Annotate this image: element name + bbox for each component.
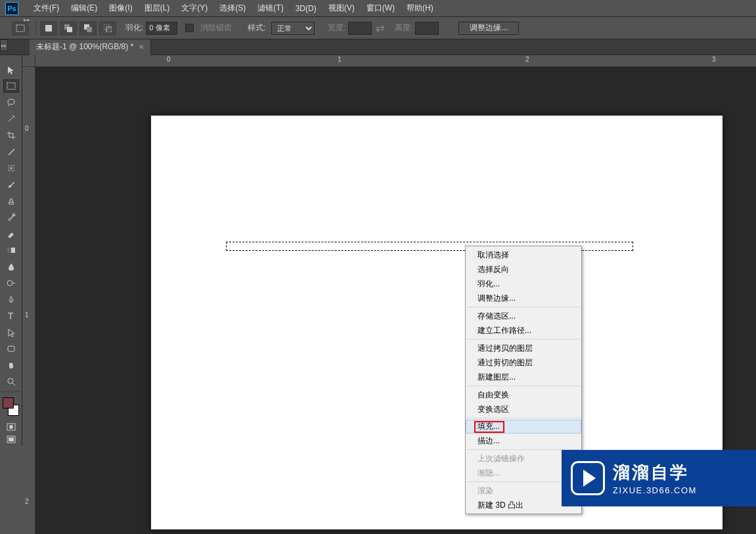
lasso-tool-icon[interactable] bbox=[3, 96, 19, 109]
height-label: 高度: bbox=[395, 22, 412, 33]
svg-rect-20 bbox=[9, 437, 14, 441]
svg-rect-1 bbox=[45, 25, 52, 32]
menubar: Ps 文件(F) 编辑(E) 图像(I) 图层(L) 文字(Y) 选择(S) 滤… bbox=[0, 0, 756, 16]
move-tool-icon[interactable] bbox=[3, 63, 19, 76]
swap-wh-icon: ⇄ bbox=[376, 22, 384, 34]
context-menu-item[interactable]: 通过剪切的图层 bbox=[466, 355, 581, 370]
style-label: 样式: bbox=[248, 22, 265, 33]
foreground-color-swatch[interactable] bbox=[3, 397, 14, 409]
menu-edit[interactable]: 编辑(E) bbox=[65, 3, 103, 14]
crop-tool-icon[interactable] bbox=[3, 129, 19, 142]
context-menu-item[interactable]: 选择反向 bbox=[466, 262, 581, 277]
width-input bbox=[348, 22, 372, 35]
context-menu-item[interactable]: 调整边缘... bbox=[466, 291, 581, 305]
blur-tool-icon[interactable] bbox=[3, 260, 19, 273]
feather-label: 羽化: bbox=[125, 22, 143, 33]
antialias-label: 消除锯齿 bbox=[200, 22, 232, 33]
quickmask-icon[interactable] bbox=[5, 421, 18, 432]
menu-help[interactable]: 帮助(H) bbox=[401, 3, 439, 14]
menu-layer[interactable]: 图层(L) bbox=[139, 3, 176, 14]
watermark-overlay: 溜溜自学 ZIXUE.3D66.COM bbox=[562, 450, 756, 506]
svg-point-13 bbox=[7, 280, 12, 286]
menu-type[interactable]: 文字(Y) bbox=[175, 3, 213, 14]
add-selection-icon[interactable] bbox=[60, 21, 77, 35]
menu-image[interactable]: 图像(I) bbox=[103, 3, 138, 14]
history-brush-tool-icon[interactable] bbox=[3, 211, 19, 224]
watermark-play-icon bbox=[571, 461, 605, 495]
screenmode-icon[interactable] bbox=[5, 434, 18, 445]
options-bar: 羽化: 消除锯齿 样式: 正常 宽度: ⇄ 高度: 调整边缘... bbox=[0, 16, 756, 39]
height-input bbox=[415, 22, 439, 35]
menu-view[interactable]: 视图(V) bbox=[322, 3, 361, 14]
svg-rect-8 bbox=[7, 83, 15, 89]
context-menu-item[interactable]: 填充... bbox=[466, 420, 581, 434]
color-swatches[interactable] bbox=[3, 397, 19, 416]
menu-file[interactable]: 文件(F) bbox=[28, 3, 65, 14]
ps-logo-icon: Ps bbox=[5, 2, 18, 15]
zoom-tool-icon[interactable] bbox=[3, 375, 19, 388]
ruler-h-tick: 3 bbox=[712, 56, 716, 63]
ruler-h-tick: 0 bbox=[167, 56, 171, 63]
context-menu-item[interactable]: 自由变换 bbox=[466, 388, 581, 402]
watermark-subtitle: ZIXUE.3D66.COM bbox=[613, 485, 697, 495]
type-tool-icon[interactable]: T bbox=[3, 309, 19, 323]
menu-window[interactable]: 窗口(W) bbox=[361, 3, 401, 14]
dodge-tool-icon[interactable] bbox=[3, 277, 19, 290]
brush-tool-icon[interactable] bbox=[3, 178, 19, 191]
ruler-h-tick: 2 bbox=[525, 56, 529, 63]
document-tab-bar: 未标题-1 @ 100%(RGB/8) * ✕ bbox=[0, 39, 756, 55]
context-menu-item[interactable]: 通过拷贝的图层 bbox=[466, 341, 581, 355]
svg-rect-12 bbox=[7, 248, 11, 253]
close-tab-icon[interactable]: ✕ bbox=[139, 43, 144, 51]
clone-stamp-tool-icon[interactable] bbox=[3, 194, 19, 208]
ruler-horizontal[interactable]: 0 1 2 3 bbox=[35, 55, 756, 67]
magic-wand-tool-icon[interactable] bbox=[3, 112, 19, 125]
document-tab[interactable]: 未标题-1 @ 100%(RGB/8) * ✕ bbox=[30, 39, 151, 55]
healing-brush-tool-icon[interactable] bbox=[3, 162, 19, 175]
expand-toolbar-icon[interactable]: ▸▸ bbox=[0, 39, 8, 51]
ruler-v-tick: 1 bbox=[25, 311, 29, 319]
ruler-h-tick: 1 bbox=[338, 56, 342, 63]
pen-tool-icon[interactable] bbox=[3, 293, 19, 306]
new-selection-icon[interactable] bbox=[40, 21, 57, 35]
document-tab-title: 未标题-1 @ 100%(RGB/8) * bbox=[36, 41, 133, 53]
svg-point-18 bbox=[9, 425, 13, 429]
eraser-tool-icon[interactable] bbox=[3, 227, 19, 240]
toolbox: T bbox=[0, 55, 22, 446]
svg-rect-3 bbox=[67, 27, 72, 32]
svg-rect-0 bbox=[16, 25, 24, 32]
svg-rect-15 bbox=[8, 346, 14, 351]
expand-panel-icon[interactable]: ▸▸ bbox=[24, 16, 30, 23]
ruler-corner bbox=[22, 55, 35, 67]
svg-point-16 bbox=[8, 378, 13, 384]
context-menu-item[interactable]: 建立工作路径... bbox=[466, 323, 581, 338]
subtract-selection-icon[interactable] bbox=[79, 21, 97, 35]
menu-filter[interactable]: 滤镜(T) bbox=[252, 3, 289, 14]
context-menu-item[interactable]: 取消选择 bbox=[466, 248, 581, 262]
ruler-v-tick: 2 bbox=[25, 498, 29, 505]
antialias-checkbox bbox=[185, 24, 194, 32]
context-menu-item[interactable]: 存储选区... bbox=[466, 309, 581, 323]
menu-3d[interactable]: 3D(D) bbox=[290, 4, 322, 13]
red-highlight-box bbox=[474, 421, 504, 433]
gradient-tool-icon[interactable] bbox=[3, 244, 19, 257]
width-label: 宽度: bbox=[328, 22, 345, 33]
feather-input[interactable] bbox=[146, 22, 177, 35]
path-selection-tool-icon[interactable] bbox=[3, 326, 19, 339]
context-menu-item[interactable]: 变换选区 bbox=[466, 402, 581, 416]
ruler-vertical[interactable]: 0 1 2 bbox=[22, 67, 35, 534]
menu-select[interactable]: 选择(S) bbox=[213, 3, 252, 14]
svg-text:T: T bbox=[8, 311, 14, 321]
refine-edge-button[interactable]: 调整边缘... bbox=[458, 22, 519, 35]
watermark-title: 溜溜自学 bbox=[613, 461, 697, 484]
marquee-tool-icon[interactable] bbox=[3, 79, 19, 93]
shape-tool-icon[interactable] bbox=[3, 342, 19, 355]
hand-tool-icon[interactable] bbox=[3, 359, 19, 372]
intersect-selection-icon[interactable] bbox=[99, 21, 116, 35]
context-menu-item[interactable]: 描边... bbox=[466, 434, 581, 448]
context-menu-item[interactable]: 羽化... bbox=[466, 277, 581, 291]
context-menu-item[interactable]: 新建图层... bbox=[466, 370, 581, 384]
ruler-v-tick: 0 bbox=[25, 125, 29, 132]
eyedropper-tool-icon[interactable] bbox=[3, 145, 19, 158]
style-select[interactable]: 正常 bbox=[271, 22, 315, 35]
